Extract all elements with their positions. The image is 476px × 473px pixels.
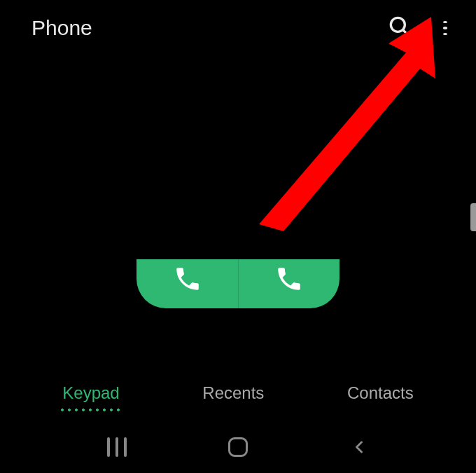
- nav-back[interactable]: [346, 434, 372, 460]
- scroll-indicator[interactable]: [470, 203, 476, 231]
- torn-edge-decoration: [0, 235, 476, 259]
- nav-recent-apps[interactable]: [104, 434, 130, 460]
- phone-icon: [173, 264, 202, 294]
- tab-recents[interactable]: Recents: [199, 376, 267, 410]
- more-options-icon[interactable]: [435, 18, 455, 38]
- tab-keypad[interactable]: Keypad: [59, 376, 122, 410]
- phone-icon: [274, 264, 304, 294]
- nav-home[interactable]: [225, 434, 251, 460]
- navigation-bar: [0, 420, 476, 473]
- svg-line-1: [403, 30, 408, 35]
- search-icon[interactable]: [388, 15, 411, 41]
- app-header: Phone: [0, 0, 476, 56]
- app-title: Phone: [31, 16, 92, 40]
- header-actions: [388, 15, 455, 41]
- tab-contacts[interactable]: Contacts: [344, 376, 417, 410]
- bottom-tabs: Keypad Recents Contacts: [0, 376, 476, 410]
